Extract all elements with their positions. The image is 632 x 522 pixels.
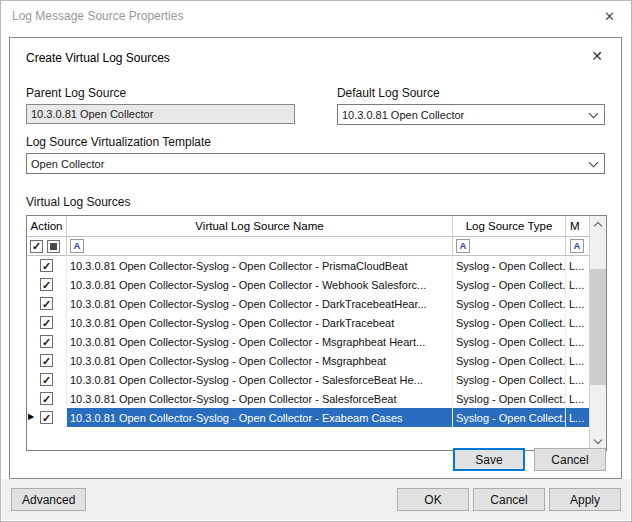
virtual-log-sources-grid: Action Virtual Log Source Name Log Sourc… <box>26 215 607 451</box>
scrollbar-track[interactable] <box>590 233 607 433</box>
check-icon: ✓ <box>42 337 51 347</box>
row-type: Syslog - Open Collect... <box>453 256 566 275</box>
row-m: L... <box>566 313 589 332</box>
row-type: Syslog - Open Collect... <box>453 332 566 351</box>
row-m: L... <box>566 275 589 294</box>
window-close-icon[interactable]: ✕ <box>596 7 623 26</box>
row-action-cell: ✓ <box>27 294 67 313</box>
row-name: 10.3.0.81 Open Collector-Syslog - Open C… <box>67 370 453 389</box>
row-checkbox[interactable]: ✓ <box>40 335 53 348</box>
text-filter-icon[interactable]: A <box>570 239 584 253</box>
table-row[interactable]: ✓ 10.3.0.81 Open Collector-Syslog - Open… <box>27 313 589 332</box>
apply-button[interactable]: Apply <box>549 488 621 511</box>
virtualization-template-value: Open Collector <box>31 158 104 170</box>
table-row[interactable]: ✓ 10.3.0.81 Open Collector-Syslog - Open… <box>27 275 589 294</box>
text-filter-icon[interactable]: A <box>456 239 470 253</box>
row-checkbox[interactable]: ✓ <box>40 392 53 405</box>
window-titlebar: Log Message Source Properties ✕ <box>1 1 631 31</box>
row-action-cell: ✓ <box>27 332 67 351</box>
default-log-source-label: Default Log Source <box>337 86 605 100</box>
dialog-buttons: Save Cancel <box>453 448 606 471</box>
dialog-close-icon[interactable]: ✕ <box>589 48 605 64</box>
column-header-type[interactable]: Log Source Type <box>453 216 566 236</box>
grid-body: ✓ 10.3.0.81 Open Collector-Syslog - Open… <box>27 256 589 427</box>
row-checkbox[interactable]: ✓ <box>40 297 53 310</box>
check-icon: ✓ <box>42 318 51 328</box>
select-all-checkbox[interactable]: ✓ <box>30 240 43 253</box>
window-title: Log Message Source Properties <box>12 9 596 23</box>
virtualization-template-label: Log Source Virtualization Template <box>26 135 605 149</box>
table-row[interactable]: ✓ 10.3.0.81 Open Collector-Syslog - Open… <box>27 370 589 389</box>
table-row[interactable]: ✓ 10.3.0.81 Open Collector-Syslog - Open… <box>27 256 589 275</box>
log-source-form-row: Parent Log Source Default Log Source 10.… <box>26 86 605 125</box>
text-filter-icon[interactable]: A <box>70 239 84 253</box>
filter-cell-action: ✓ <box>27 237 67 255</box>
filter-cell-name: A <box>67 237 453 255</box>
log-message-source-properties-window: Log Message Source Properties ✕ Create V… <box>0 0 632 522</box>
row-name: 10.3.0.81 Open Collector-Syslog - Open C… <box>67 313 453 332</box>
row-action-cell: ✓ <box>27 389 67 408</box>
row-checkbox[interactable]: ✓ <box>40 259 53 272</box>
table-row[interactable]: ✓ 10.3.0.81 Open Collector-Syslog - Open… <box>27 294 589 313</box>
row-checkbox[interactable]: ✓ <box>40 278 53 291</box>
virtualization-template-select[interactable]: Open Collector <box>26 153 605 174</box>
filter-cell-m: A <box>566 237 589 255</box>
row-indicator-icon: ▶ <box>28 413 34 421</box>
footer-cancel-button[interactable]: Cancel <box>473 488 545 511</box>
row-type: Syslog - Open Collect... <box>453 351 566 370</box>
grid-scrollbar[interactable] <box>589 216 606 450</box>
indeterminate-checkbox-icon[interactable] <box>47 240 60 253</box>
row-type: Syslog - Open Collect... <box>453 389 566 408</box>
table-row[interactable]: ▶ ✓ 10.3.0.81 Open Collector-Syslog - Op… <box>27 408 589 427</box>
row-name: 10.3.0.81 Open Collector-Syslog - Open C… <box>67 332 453 351</box>
advanced-button[interactable]: Advanced <box>11 488 86 511</box>
row-checkbox[interactable]: ✓ <box>40 411 53 424</box>
parent-log-source-input[interactable] <box>26 104 295 124</box>
check-icon: ✓ <box>42 356 51 366</box>
parent-log-source-field: Parent Log Source <box>26 86 295 125</box>
check-icon: ✓ <box>42 261 51 271</box>
row-checkbox[interactable]: ✓ <box>40 373 53 386</box>
column-header-m[interactable]: M <box>566 216 589 236</box>
check-icon: ✓ <box>42 299 51 309</box>
scroll-up-icon[interactable] <box>590 216 607 233</box>
chevron-down-icon <box>589 108 599 118</box>
row-type: Syslog - Open Collect... <box>453 370 566 389</box>
check-icon: ✓ <box>42 375 51 385</box>
row-action-cell: ✓ <box>27 313 67 332</box>
dialog-cancel-button[interactable]: Cancel <box>534 448 606 471</box>
row-checkbox[interactable]: ✓ <box>40 316 53 329</box>
dialog-title: Create Virtual Log Sources <box>26 48 589 65</box>
row-checkbox[interactable]: ✓ <box>40 354 53 367</box>
chevron-down-icon <box>589 157 599 167</box>
row-action-cell: ✓ <box>27 256 67 275</box>
column-header-action[interactable]: Action <box>27 216 67 236</box>
table-row[interactable]: ✓ 10.3.0.81 Open Collector-Syslog - Open… <box>27 389 589 408</box>
check-icon: ✓ <box>32 241 41 251</box>
row-m: L... <box>566 408 589 427</box>
column-header-name[interactable]: Virtual Log Source Name <box>67 216 453 236</box>
row-action-cell: ✓ <box>27 370 67 389</box>
create-virtual-log-sources-dialog: Create Virtual Log Sources ✕ Parent Log … <box>9 37 622 479</box>
row-m: L... <box>566 294 589 313</box>
scrollbar-thumb[interactable] <box>590 269 607 385</box>
row-m: L... <box>566 351 589 370</box>
row-name: 10.3.0.81 Open Collector-Syslog - Open C… <box>67 408 453 427</box>
table-row[interactable]: ✓ 10.3.0.81 Open Collector-Syslog - Open… <box>27 332 589 351</box>
row-action-cell: ✓ <box>27 275 67 294</box>
row-name: 10.3.0.81 Open Collector-Syslog - Open C… <box>67 275 453 294</box>
row-name: 10.3.0.81 Open Collector-Syslog - Open C… <box>67 256 453 275</box>
row-name: 10.3.0.81 Open Collector-Syslog - Open C… <box>67 294 453 313</box>
row-type: Syslog - Open Collect... <box>453 408 566 427</box>
default-log-source-select[interactable]: 10.3.0.81 Open Collector <box>337 104 605 125</box>
ok-button[interactable]: OK <box>397 488 469 511</box>
row-m: L... <box>566 370 589 389</box>
save-button[interactable]: Save <box>453 448 525 471</box>
table-row[interactable]: ✓ 10.3.0.81 Open Collector-Syslog - Open… <box>27 351 589 370</box>
row-type: Syslog - Open Collect... <box>453 275 566 294</box>
filter-cell-type: A <box>453 237 566 255</box>
window-footer: Advanced OK Cancel Apply <box>2 479 630 520</box>
dialog-header: Create Virtual Log Sources ✕ <box>26 48 605 65</box>
row-m: L... <box>566 389 589 408</box>
row-type: Syslog - Open Collect... <box>453 313 566 332</box>
